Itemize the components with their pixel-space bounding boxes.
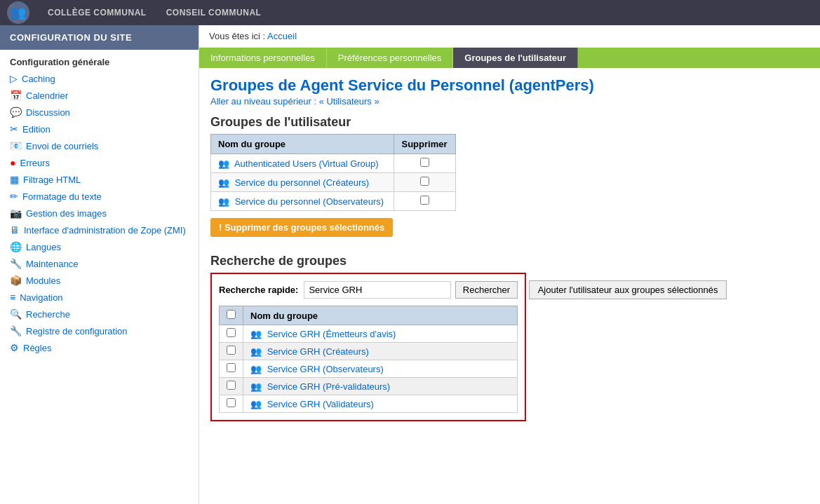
search-result-checkbox[interactable]	[227, 328, 236, 337]
suppress-groups-button[interactable]: ! Supprimer des groupes sélectionnés	[210, 218, 393, 237]
error-icon: ●	[10, 157, 15, 168]
search-section: Recherche rapide: Rechercher Nom du grou…	[210, 273, 526, 421]
groups-section-title: Groupes de l'utilisateur	[210, 115, 809, 130]
select-all-checkbox[interactable]	[227, 310, 236, 319]
sidebar-item-modules[interactable]: 📦 Modules	[0, 272, 199, 289]
sidebar-item-label: Maintenance	[26, 259, 78, 269]
group-icon: 👥	[250, 364, 262, 374]
sidebar-item-label: Formatage du texte	[22, 191, 102, 202]
sidebar-item-discussion[interactable]: 💬 Discussion	[0, 104, 199, 121]
group-suppress-cell	[394, 154, 456, 173]
search-result-checkbox[interactable]	[227, 363, 236, 372]
search-result-checkbox[interactable]	[227, 398, 236, 407]
search-result-link[interactable]: Service GRH (Créateurs)	[267, 346, 369, 357]
group-icon: 👥	[250, 399, 262, 409]
nav-conseil[interactable]: CONSEIL COMMUNAL	[156, 0, 271, 25]
nav-college[interactable]: COLLÈGE COMMUNAL	[38, 0, 156, 25]
sidebar-item-registre-config[interactable]: 🔧 Registre de configuration	[0, 322, 199, 339]
group-icon: 👥	[218, 196, 229, 207]
search-result-name-cell: 👥 Service GRH (Observateurs)	[243, 360, 518, 378]
search-result-name-cell: 👥 Service GRH (Créateurs)	[243, 343, 518, 360]
list-item: 👥 Service GRH (Pré-validateurs)	[220, 378, 518, 395]
col-header-supprimer: Supprimer	[394, 135, 456, 154]
calendar-icon: 📅	[10, 90, 22, 101]
group-suppress-checkbox[interactable]	[420, 177, 429, 186]
col-header-name: Nom du groupe	[211, 135, 394, 154]
group-suppress-cell	[394, 192, 456, 211]
rules-icon: ⚙	[10, 342, 19, 353]
sidebar-item-caching[interactable]: ▷ Caching	[0, 70, 199, 87]
tab-informations[interactable]: Informations personnelles	[199, 48, 327, 68]
sidebar-item-label: Envoi de courriels	[26, 141, 98, 151]
search-input[interactable]	[304, 281, 450, 299]
search-result-name-cell: 👥 Service GRH (Pré-validateurs)	[243, 378, 518, 395]
breadcrumb-home-link[interactable]: Accueil	[267, 31, 297, 41]
group-name-cell: 👥 Service du personnel (Observateurs)	[211, 192, 394, 211]
search-result-link[interactable]: Service GRH (Émetteurs d'avis)	[267, 329, 396, 339]
sidebar-item-label: Edition	[22, 124, 51, 135]
content-area: Groupes de Agent Service du Personnel (a…	[199, 68, 820, 430]
sidebar-item-calendrier[interactable]: 📅 Calendrier	[0, 87, 199, 104]
sidebar-item-navigation[interactable]: ≡ Navigation	[0, 289, 199, 306]
sidebar-item-langues[interactable]: 🌐 Langues	[0, 238, 199, 255]
sidebar-item-label: Gestion des images	[26, 208, 107, 219]
search-row: Recherche rapide: Rechercher	[219, 281, 518, 299]
group-link[interactable]: Service du personnel (Observateurs)	[235, 196, 384, 207]
search-section-title: Recherche de groupes	[210, 254, 809, 268]
sidebar-item-label: Erreurs	[20, 158, 50, 168]
search-results-table: Nom du groupe 👥 Service GRH (Émetteurs d…	[219, 306, 518, 413]
sidebar-item-label: Registre de configuration	[26, 326, 128, 336]
sidebar-item-formatage-texte[interactable]: ✏ Formatage du texte	[0, 188, 199, 205]
list-item: 👥 Service GRH (Créateurs)	[220, 343, 518, 360]
group-icon: 👥	[250, 381, 262, 392]
search-button[interactable]: Rechercher	[455, 281, 518, 299]
sidebar-item-edition[interactable]: ✂ Edition	[0, 121, 199, 137]
sidebar-section-title: Configuration générale	[0, 50, 199, 70]
sidebar-item-gestion-images[interactable]: 📷 Gestion des images	[0, 205, 199, 222]
email-icon: 📧	[10, 140, 22, 151]
group-icon: 👥	[250, 346, 262, 357]
pen-icon: ✏	[10, 191, 18, 202]
box-icon: 📦	[10, 275, 22, 286]
page-title: Groupes de Agent Service du Personnel (a…	[210, 76, 809, 95]
nav-up-link[interactable]: Aller au niveau supérieur : « Utilisateu…	[210, 96, 809, 107]
chat-icon: 💬	[10, 107, 22, 118]
group-name-cell: 👥 Service du personnel (Créateurs)	[211, 173, 394, 192]
breadcrumb-prefix: Vous êtes ici :	[209, 31, 267, 41]
sidebar-item-regles[interactable]: ⚙ Règles	[0, 339, 199, 356]
nav-icon: ≡	[10, 292, 15, 303]
filter-icon: ▦	[10, 174, 19, 185]
sidebar-item-label: Langues	[26, 242, 61, 252]
sidebar-item-label: Règles	[23, 343, 51, 353]
search-result-link[interactable]: Service GRH (Pré-validateurs)	[267, 381, 391, 392]
monitor-icon: 🖥	[10, 224, 20, 236]
tab-bar: Informations personnelles Préférences pe…	[199, 48, 820, 68]
sidebar-item-erreurs[interactable]: ● Erreurs	[0, 154, 199, 171]
group-link[interactable]: Authenticated Users (Virtual Group)	[234, 158, 379, 169]
search-result-link[interactable]: Service GRH (Observateurs)	[267, 364, 384, 374]
list-item: 👥 Service GRH (Émetteurs d'avis)	[220, 325, 518, 343]
sidebar-item-label: Calendrier	[26, 90, 68, 101]
table-row: 👥 Authenticated Users (Virtual Group)	[211, 154, 456, 173]
group-suppress-checkbox[interactable]	[420, 196, 429, 205]
sidebar-item-maintenance[interactable]: 🔧 Maintenance	[0, 255, 199, 272]
breadcrumb: Vous êtes ici : Accueil	[199, 25, 820, 48]
sidebar-item-envoi-courriels[interactable]: 📧 Envoi de courriels	[0, 137, 199, 154]
list-item: 👥 Service GRH (Validateurs)	[220, 395, 518, 413]
group-link[interactable]: Service du personnel (Créateurs)	[235, 177, 369, 188]
tab-preferences[interactable]: Préférences personnelles	[327, 48, 453, 68]
sidebar-item-label: Caching	[22, 74, 55, 84]
wrench-icon: 🔧	[10, 258, 22, 269]
add-to-groups-button[interactable]: Ajouter l'utilisateur aux groupes sélect…	[529, 280, 727, 299]
group-suppress-checkbox[interactable]	[420, 158, 429, 167]
search-result-name-cell: 👥 Service GRH (Émetteurs d'avis)	[243, 325, 518, 343]
sidebar-item-filtrage-html[interactable]: ▦ Filtrage HTML	[0, 171, 199, 188]
tab-groupes[interactable]: Groupes de l'utilisateur	[453, 48, 578, 68]
sidebar-item-recherche[interactable]: 🔍 Recherche	[0, 306, 199, 322]
sidebar-item-interface-admin[interactable]: 🖥 Interface d'administration de Zope (ZM…	[0, 222, 199, 238]
search-result-checkbox[interactable]	[227, 381, 236, 390]
search-result-link[interactable]: Service GRH (Validateurs)	[267, 399, 374, 409]
search-result-checkbox[interactable]	[227, 346, 236, 355]
table-row: 👥 Service du personnel (Observateurs)	[211, 192, 456, 211]
group-suppress-cell	[394, 173, 456, 192]
